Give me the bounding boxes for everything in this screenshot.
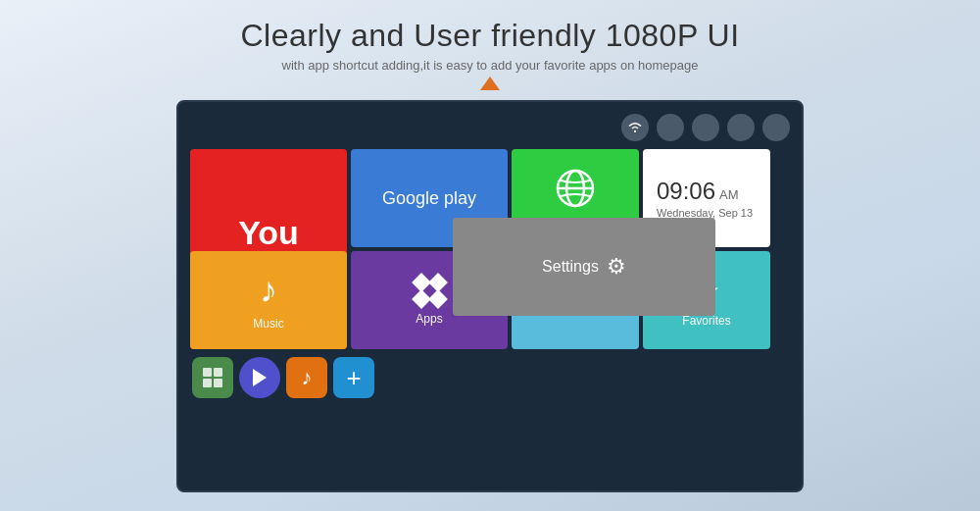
svg-rect-6	[214, 379, 222, 387]
arrow-indicator	[480, 77, 500, 90]
apps-diamond-icon	[415, 276, 445, 306]
svg-marker-7	[253, 369, 267, 386]
circle-icon-1	[657, 114, 684, 141]
gear-icon: ⚙	[607, 254, 626, 280]
diamond-4	[428, 289, 448, 309]
tv-screen: You Tube Google play Browser 09:06 AM	[176, 100, 804, 492]
clock-time-display: 09:06 AM	[657, 178, 739, 205]
globe-icon	[554, 167, 597, 210]
play-icon	[251, 367, 269, 388]
youtube-text-you: You	[238, 216, 299, 249]
svg-rect-4	[214, 368, 222, 377]
music-icon: ♪	[260, 270, 277, 311]
page-header: Clearly and User friendly 1080P UI with …	[240, 18, 739, 90]
plus-icon: +	[346, 363, 361, 393]
svg-rect-3	[203, 368, 212, 377]
android-icon	[201, 366, 224, 389]
settings-label: Settings	[542, 258, 599, 276]
circle-icon-2	[692, 114, 719, 141]
subtitle: with app shortcut adding,it is easy to a…	[240, 58, 739, 73]
add-button[interactable]: +	[333, 357, 374, 398]
music-tile[interactable]: ♪ Music	[190, 251, 347, 349]
bottom-bar: ♪ +	[190, 357, 790, 398]
top-bar	[190, 114, 790, 141]
circle-icon-3	[727, 114, 755, 141]
google-play-label: Google play	[382, 188, 476, 209]
music-button[interactable]: ♪	[286, 357, 327, 398]
settings-tile-overlay[interactable]: Settings ⚙	[453, 218, 715, 316]
music-note-icon: ♪	[302, 365, 313, 390]
svg-rect-5	[203, 379, 212, 387]
main-title: Clearly and User friendly 1080P UI	[240, 18, 739, 54]
wifi-icon	[621, 114, 649, 141]
clock-time: 09:06	[657, 178, 715, 205]
circle-icon-4	[762, 114, 790, 141]
clock-ampm: AM	[719, 187, 739, 202]
play-button[interactable]	[239, 357, 280, 398]
apps-label: Apps	[416, 312, 442, 326]
android-apps-button[interactable]	[192, 357, 233, 398]
music-label: Music	[253, 317, 283, 331]
